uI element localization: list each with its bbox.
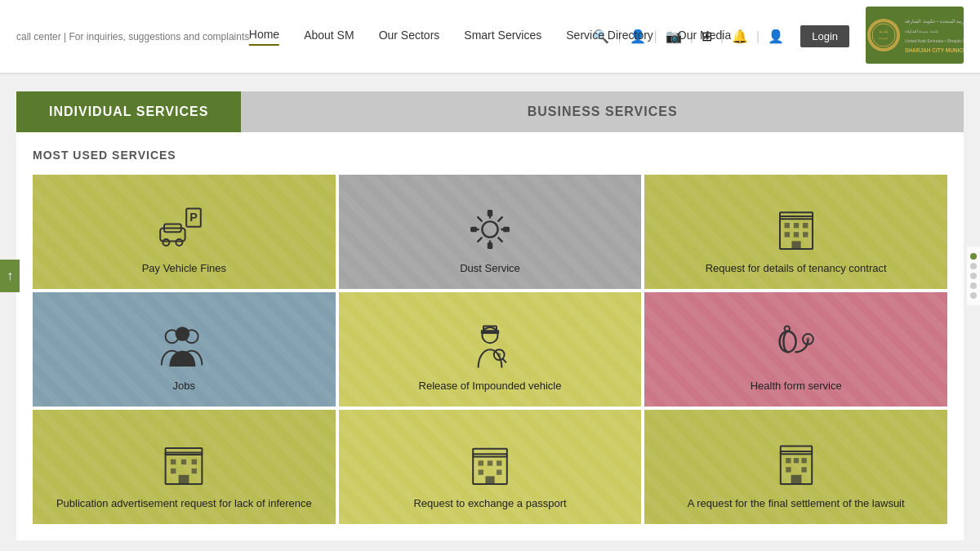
svg-point-41 bbox=[806, 337, 810, 341]
service-icon-officer bbox=[464, 321, 516, 373]
svg-rect-26 bbox=[784, 232, 789, 237]
svg-rect-51 bbox=[473, 449, 507, 457]
svg-point-38 bbox=[497, 353, 501, 357]
svg-rect-59 bbox=[780, 447, 811, 455]
service-card-0[interactable]: P Pay Vehicle Fines bbox=[33, 175, 336, 289]
svg-line-37 bbox=[502, 359, 506, 363]
service-label-1: Dust Service bbox=[460, 262, 520, 276]
svg-rect-52 bbox=[479, 460, 483, 465]
service-card-8[interactable]: A request for the final settlement of th… bbox=[644, 410, 947, 524]
svg-rect-24 bbox=[793, 223, 798, 228]
header-left: call center | For inquiries, suggestions… bbox=[16, 31, 249, 42]
svg-point-32 bbox=[176, 327, 190, 341]
svg-rect-63 bbox=[786, 467, 791, 472]
most-used-label: MOST USED SERVICES bbox=[33, 149, 947, 162]
nav-item-home[interactable]: Home bbox=[249, 28, 279, 46]
service-label-7: Request to exchange a passport bbox=[413, 497, 566, 511]
tab-individual-services[interactable]: INDIVIDUAL SERVICES bbox=[16, 91, 241, 132]
svg-point-39 bbox=[784, 327, 789, 331]
service-label-2: Request for details of tenancy contract bbox=[706, 262, 887, 276]
scroll-dot-5 bbox=[970, 292, 977, 299]
service-card-5[interactable]: Health form service bbox=[644, 292, 947, 407]
service-card-3[interactable]: Jobs bbox=[33, 292, 336, 407]
svg-rect-29 bbox=[791, 242, 800, 250]
svg-rect-54 bbox=[497, 460, 501, 465]
service-icon-building3 bbox=[464, 438, 516, 491]
main: INDIVIDUAL SERVICESBUSINESS SERVICES MOS… bbox=[0, 75, 980, 540]
service-card-7[interactable]: Request to exchange a passport bbox=[339, 410, 642, 524]
nav-item-about-sm[interactable]: About SM bbox=[304, 29, 354, 45]
svg-rect-60 bbox=[786, 458, 791, 463]
service-icon-building4 bbox=[770, 438, 822, 491]
svg-rect-19 bbox=[470, 227, 477, 232]
svg-rect-53 bbox=[488, 460, 492, 465]
svg-text:SHARJAH CITY MUNICIPALITY: SHARJAH CITY MUNICIPALITY bbox=[905, 47, 964, 53]
svg-rect-17 bbox=[488, 210, 492, 216]
svg-rect-56 bbox=[497, 470, 501, 475]
up-button[interactable]: ↑ bbox=[0, 260, 20, 292]
service-card-1[interactable]: Dust Service bbox=[339, 175, 642, 289]
svg-text:مدينة: مدينة bbox=[879, 35, 889, 40]
svg-rect-65 bbox=[791, 475, 801, 484]
svg-point-33 bbox=[482, 327, 497, 343]
svg-rect-57 bbox=[485, 477, 494, 485]
service-label-3: Jobs bbox=[173, 380, 195, 393]
svg-rect-25 bbox=[803, 223, 808, 228]
svg-text:بلدية مدينة الشارقة: بلدية مدينة الشارقة bbox=[905, 29, 938, 34]
service-label-8: A request for the final settlement of th… bbox=[688, 497, 905, 511]
logo-text: call center | For inquiries, suggestions… bbox=[16, 31, 249, 42]
person-icon[interactable]: 👤 bbox=[768, 29, 784, 44]
scroll-dot-1 bbox=[970, 253, 977, 260]
svg-rect-61 bbox=[793, 458, 798, 463]
service-card-2[interactable]: Request for details of tenancy contract bbox=[644, 175, 947, 289]
bell-icon[interactable]: 🔔 bbox=[732, 29, 748, 44]
service-icon-building bbox=[770, 203, 822, 256]
svg-rect-55 bbox=[479, 470, 483, 475]
service-icon-building2 bbox=[158, 438, 210, 491]
service-label-6: Publication advertisement request for la… bbox=[56, 497, 312, 511]
svg-rect-45 bbox=[181, 460, 186, 464]
svg-rect-18 bbox=[488, 242, 492, 249]
svg-rect-20 bbox=[503, 227, 510, 232]
svg-point-16 bbox=[482, 222, 497, 238]
svg-rect-47 bbox=[171, 469, 176, 473]
login-button[interactable]: Login bbox=[800, 25, 849, 47]
service-label-4: Release of Impounded vehicle bbox=[419, 380, 562, 393]
service-label-0: Pay Vehicle Fines bbox=[142, 262, 226, 276]
header: call center | For inquiries, suggestions… bbox=[0, 0, 980, 73]
svg-point-15 bbox=[176, 239, 183, 246]
svg-rect-44 bbox=[171, 460, 176, 464]
svg-text:United Arab Emirates • Sharjah: United Arab Emirates • Sharjah Governmen… bbox=[905, 38, 964, 43]
logo-badge: بلدية مدينة الإمارات العربية المتحدة • ح… bbox=[866, 7, 964, 67]
scroll-dot-4 bbox=[970, 282, 977, 289]
service-card-4[interactable]: Release of Impounded vehicle bbox=[339, 292, 642, 407]
svg-point-14 bbox=[163, 239, 170, 246]
svg-text:P: P bbox=[190, 211, 198, 224]
nav: HomeAbout SMOur SectorsSmart ServicesSer… bbox=[249, 28, 731, 46]
nav-item-our-media[interactable]: Our Media bbox=[678, 29, 731, 45]
service-icon-vehicle: P bbox=[158, 203, 210, 256]
service-icon-stethoscope bbox=[770, 321, 822, 373]
svg-rect-28 bbox=[803, 232, 808, 237]
service-card-6[interactable]: Publication advertisement request for la… bbox=[33, 410, 336, 524]
service-icon-people bbox=[158, 321, 210, 373]
svg-text:بلدية: بلدية bbox=[879, 29, 889, 33]
scroll-dot-2 bbox=[970, 263, 977, 269]
tabs: INDIVIDUAL SERVICESBUSINESS SERVICES bbox=[16, 91, 964, 132]
svg-rect-43 bbox=[166, 448, 203, 455]
scroll-indicator bbox=[967, 247, 980, 305]
svg-rect-49 bbox=[179, 475, 189, 484]
svg-text:الإمارات العربية المتحدة • حكو: الإمارات العربية المتحدة • حكومة الشارقة bbox=[905, 19, 964, 24]
nav-item-service-directory[interactable]: Service Directory bbox=[566, 29, 653, 45]
services-grid: P Pay Vehicle Fines Dust Service Request bbox=[33, 175, 947, 524]
nav-item-our-sectors[interactable]: Our Sectors bbox=[379, 29, 440, 45]
scroll-dot-3 bbox=[970, 273, 977, 279]
nav-item-smart-services[interactable]: Smart Services bbox=[464, 29, 541, 45]
services-container: MOST USED SERVICES P Pay Vehicle Fines D… bbox=[16, 132, 964, 540]
svg-rect-27 bbox=[793, 232, 798, 237]
svg-rect-62 bbox=[801, 458, 806, 463]
up-arrow-icon: ↑ bbox=[7, 269, 13, 283]
svg-rect-48 bbox=[192, 469, 197, 473]
service-label-5: Health form service bbox=[751, 380, 842, 393]
tab-business-services[interactable]: BUSINESS SERVICES bbox=[241, 91, 964, 132]
